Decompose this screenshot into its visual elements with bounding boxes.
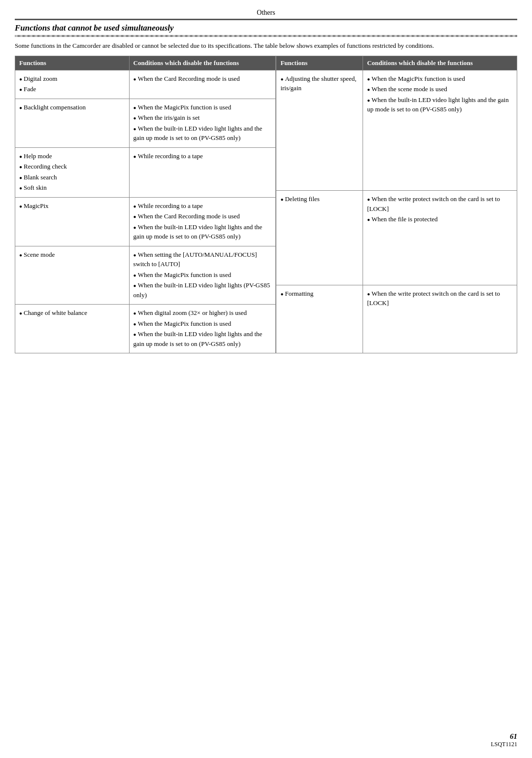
cond-item: When the MagicPix function is used (133, 103, 272, 112)
cond-item: When the built-in LED video light lights… (133, 124, 272, 143)
func-item: Digital zoom (19, 74, 125, 84)
cond-cell: While recording to a tape (129, 147, 276, 197)
page-code: LSQT1121 (491, 741, 517, 748)
main-table-area: Functions Conditions which disable the f… (15, 56, 517, 354)
func-item: Deleting files (280, 194, 359, 204)
right-table: Functions Conditions which disable the f… (276, 56, 517, 354)
cond-item: When the built-in LED video light lights… (367, 95, 513, 114)
cond-item: When the Card Recording mode is used (133, 211, 272, 221)
cond-cell: When the MagicPix function is usedWhen t… (129, 99, 276, 147)
cond-item: When the built-in LED video light lights… (133, 222, 272, 241)
cond-item: When the iris/gain is set (133, 113, 272, 123)
cond-item: When the write protect switch on the car… (367, 289, 513, 308)
table-row: MagicPixWhile recording to a tapeWhen th… (15, 197, 276, 246)
section-title: Functions that cannot be used simultaneo… (15, 23, 517, 33)
cond-item: When the write protect switch on the car… (367, 194, 513, 213)
func-cell: Adjusting the shutter speed, iris/gain (276, 70, 363, 191)
cond-item: When the file is protected (367, 214, 513, 224)
table-row: Digital zoomFadeWhen the Card Recording … (15, 70, 276, 99)
cond-item: When the built-in LED video light lights… (133, 280, 272, 300)
header-title: Others (257, 9, 275, 16)
cond-item: While recording to a tape (133, 151, 272, 161)
cond-item: When digital zoom (32× or higher) is use… (133, 308, 272, 318)
table-row: Help modeRecording checkBlank searchSoft… (15, 147, 276, 197)
cond-cell: When the write protect switch on the car… (363, 285, 517, 353)
cond-cell: When the write protect switch on the car… (363, 191, 517, 285)
func-item: Change of white balance (19, 308, 125, 318)
page-container: Others Functions that cannot be used sim… (0, 0, 532, 758)
func-item: Formatting (280, 289, 359, 299)
cond-item: When the MagicPix function is used (133, 319, 272, 329)
func-cell: Scene mode (15, 246, 130, 305)
cond-cell: When the Card Recording mode is used (129, 70, 276, 99)
cond-cell: When digital zoom (32× or higher) is use… (129, 305, 276, 353)
cond-item: When the MagicPix function is used (367, 74, 513, 84)
col-functions-header-right: Functions (276, 56, 363, 70)
table-row: Scene modeWhen setting the [AUTO/MANUAL/… (15, 246, 276, 305)
func-cell: Deleting files (276, 191, 363, 285)
func-item: Soft skin (19, 183, 125, 193)
left-table: Functions Conditions which disable the f… (15, 56, 276, 354)
table-row: Deleting filesWhen the write protect swi… (276, 191, 517, 285)
func-item: Fade (19, 84, 125, 94)
cond-item: When the built-in LED video light lights… (133, 329, 272, 348)
table-row: FormattingWhen the write protect switch … (276, 285, 517, 353)
cond-cell: While recording to a tapeWhen the Card R… (129, 197, 276, 246)
cond-item: While recording to a tape (133, 201, 272, 211)
col-conditions-header-right: Conditions which disable the functions (363, 56, 517, 70)
func-cell: Backlight compensation (15, 99, 130, 147)
func-cell: Formatting (276, 285, 363, 353)
table-row: Adjusting the shutter speed, iris/gainWh… (276, 70, 517, 191)
cond-item: When setting the [AUTO/MANUAL/FOCUS] swi… (133, 250, 272, 269)
func-item: Adjusting the shutter speed, iris/gain (280, 74, 359, 93)
cond-item: When the Card Recording mode is used (133, 74, 272, 84)
func-cell: MagicPix (15, 197, 130, 246)
func-item: Help mode (19, 151, 125, 161)
func-cell: Help modeRecording checkBlank searchSoft… (15, 147, 130, 197)
cond-cell: When the MagicPix function is usedWhen t… (363, 70, 517, 191)
func-item: Scene mode (19, 250, 125, 260)
func-cell: Change of white balance (15, 305, 130, 353)
func-item: Blank search (19, 172, 125, 182)
col-functions-header: Functions (15, 56, 130, 70)
intro-text: Some functions in the Camcorder are disa… (15, 41, 517, 51)
table-row: Backlight compensationWhen the MagicPix … (15, 99, 276, 147)
col-conditions-header: Conditions which disable the functions (129, 56, 276, 70)
page-header: Others (15, 9, 517, 20)
func-item: Backlight compensation (19, 103, 125, 112)
func-cell: Digital zoomFade (15, 70, 130, 99)
table-row: Change of white balanceWhen digital zoom… (15, 305, 276, 353)
cond-item: When the MagicPix function is used (133, 270, 272, 280)
cond-item: When the scene mode is used (367, 84, 513, 94)
page-footer: 61 LSQT1121 (491, 732, 517, 748)
func-item: MagicPix (19, 201, 125, 211)
func-item: Recording check (19, 162, 125, 172)
page-number: 61 (491, 732, 517, 741)
decorative-divider (15, 35, 517, 37)
cond-cell: When setting the [AUTO/MANUAL/FOCUS] swi… (129, 246, 276, 305)
